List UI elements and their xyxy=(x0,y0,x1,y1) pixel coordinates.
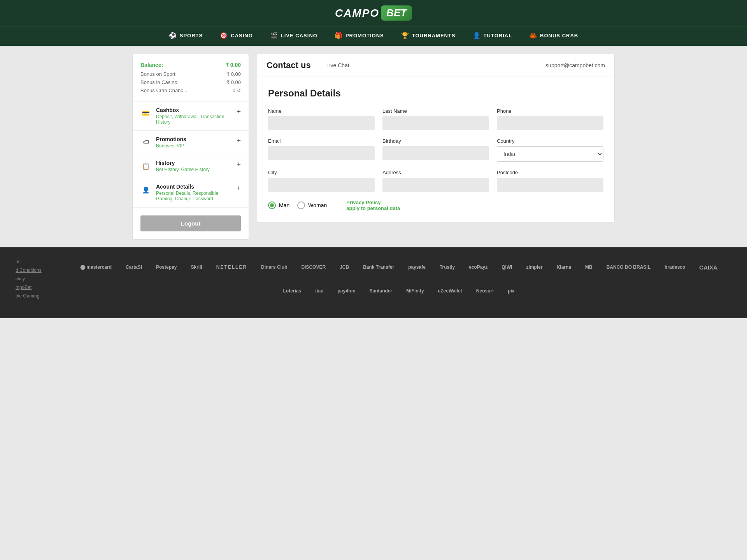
neosurf-logo: Neosurf xyxy=(473,287,497,295)
bonus-sport-label: Bonus on Sport: xyxy=(140,71,177,77)
bonus-crab-icon: 🦀 xyxy=(529,32,537,39)
bonus-casino-value: ₹ 0.00 xyxy=(226,79,241,85)
history-title: History xyxy=(156,160,233,166)
skrill-logo: Skrill xyxy=(188,263,205,271)
name-input[interactable] xyxy=(268,116,375,130)
promotions-subtitle: Bonuses, VIP xyxy=(156,143,233,149)
itau-logo: itaú xyxy=(312,287,326,295)
bancodobrasil-logo: BANCO DO BRASIL xyxy=(603,263,654,271)
nav-item-bonus-crab[interactable]: 🦀 BONUS CRAB xyxy=(521,26,587,46)
email-group: Email xyxy=(268,138,375,162)
sidebar-item-history[interactable]: 📋 History Bet History, Game History + xyxy=(133,154,249,178)
sidebar-item-account[interactable]: 👤 Acount Details Personal Details, Respo… xyxy=(133,178,249,207)
history-expand-icon[interactable]: + xyxy=(237,161,241,169)
logo[interactable]: CAMPO BET xyxy=(335,5,412,21)
ezeewallet-logo: eZeeWallet xyxy=(435,287,465,295)
sidebar-item-cashbox[interactable]: 💳 Cashbox Deposit, Withdrawal, Transacti… xyxy=(133,102,249,131)
birthday-label: Birthday xyxy=(382,138,489,144)
sidebar-item-promotions[interactable]: 🏷 Promotions Bonuses, VIP + xyxy=(133,131,249,154)
nav-item-tutorial[interactable]: 👤 TUTORIAL xyxy=(464,26,521,46)
lastname-input[interactable] xyxy=(382,116,489,130)
support-email: support@campobet.com xyxy=(545,62,605,68)
cashbox-icon: 💳 xyxy=(140,108,151,119)
privacy-policy-link[interactable]: Privacy Policy xyxy=(346,200,381,205)
footer-link-conditions[interactable]: d Conditions xyxy=(16,268,54,273)
pay4fun-logo: pay4fun xyxy=(335,287,359,295)
personal-details-form: Personal Details Name Last Name Phone Em… xyxy=(257,77,614,222)
klarna-logo: Klarna xyxy=(554,263,574,271)
cashbox-title: Cashbox xyxy=(156,107,233,113)
account-expand-icon[interactable]: + xyxy=(237,184,241,192)
live-casino-icon: 🎬 xyxy=(270,32,278,39)
mastercard-logo: ⬤ mastercard xyxy=(77,263,115,271)
refresh-icon[interactable]: ↺ xyxy=(237,88,241,93)
nav-label-promotions: PROMOTIONS xyxy=(345,33,384,38)
jcb-logo: JCB xyxy=(337,263,352,271)
nav-item-tournaments[interactable]: 🏆 TOURNAMENTS xyxy=(393,26,464,46)
postcode-input[interactable] xyxy=(497,178,603,192)
tournaments-icon: 🏆 xyxy=(401,32,409,39)
santander-logo: Santander xyxy=(366,287,396,295)
gender-options: Man Woman xyxy=(268,201,327,209)
promotions-title: Promotions xyxy=(156,136,233,142)
cashbox-expand-icon[interactable]: + xyxy=(237,108,241,116)
city-group: City xyxy=(268,170,375,192)
name-label: Name xyxy=(268,108,375,114)
cartasi-logo: CartaSi xyxy=(123,263,145,271)
nav-label-tutorial: TUTORIAL xyxy=(484,33,512,38)
nav-item-casino[interactable]: 🎯 CASINO xyxy=(211,26,261,46)
address-group: Address xyxy=(382,170,489,192)
name-group: Name xyxy=(268,108,375,130)
phone-group: Phone xyxy=(497,108,603,130)
city-input[interactable] xyxy=(268,178,375,192)
form-title: Personal Details xyxy=(268,88,603,99)
cashbox-subtitle: Deposit, Withdrawal, Transaction History xyxy=(156,114,233,125)
nav-bar: ⚽ SPORTS 🎯 CASINO 🎬 LIVE CASINO 🎁 PROMOT… xyxy=(0,26,747,46)
address-input[interactable] xyxy=(382,178,489,192)
nav-label-tournaments: TOURNAMENTS xyxy=(412,33,456,38)
account-subtitle: Personal Details, Responsible Gaming, Ch… xyxy=(156,191,233,201)
privacy-policy-text: Privacy Policy apply to personal data xyxy=(346,200,400,211)
country-select[interactable]: India xyxy=(497,146,603,162)
birthday-input[interactable] xyxy=(382,146,489,160)
footer-link-gaming[interactable]: ble Gaming xyxy=(16,293,54,299)
phone-input[interactable] xyxy=(497,116,603,130)
caixa-logo: CAIXA xyxy=(696,262,721,272)
footer-link-policy[interactable]: olicy xyxy=(16,276,54,282)
ecopayz-logo: ecoPayz xyxy=(466,263,491,271)
man-radio-inner xyxy=(270,203,274,207)
history-subtitle: Bet History, Game History xyxy=(156,167,233,172)
cashbox-text: Cashbox Deposit, Withdrawal, Transaction… xyxy=(156,107,233,125)
gender-man-option[interactable]: Man xyxy=(268,201,289,209)
pix-logo: pix xyxy=(505,287,517,295)
man-radio[interactable] xyxy=(268,201,276,209)
logo-campo: CAMPO xyxy=(335,7,379,19)
live-chat-link[interactable]: Live Chat xyxy=(326,62,349,68)
promotions-icon: 🎁 xyxy=(335,32,343,39)
footer-link-us[interactable]: us xyxy=(16,259,54,264)
nav-label-live-casino: LIVE CASINO xyxy=(281,33,317,38)
bonus-sport-value: ₹ 0.00 xyxy=(226,71,241,77)
nav-item-promotions[interactable]: 🎁 PROMOTIONS xyxy=(326,26,393,46)
country-label: Country xyxy=(497,138,603,144)
sidebar: Balance: ₹ 0.00 Bonus on Sport: ₹ 0.00 B… xyxy=(132,54,249,240)
tutorial-icon: 👤 xyxy=(473,32,481,39)
nav-label-sports: SPORTS xyxy=(180,33,203,38)
bonus-casino-label: Bonus in Casino: xyxy=(140,79,179,85)
logout-button[interactable]: Logout xyxy=(140,215,241,231)
footer-link-campobet[interactable]: mpoBet xyxy=(16,285,54,290)
bradesco-logo: bradesco xyxy=(661,263,688,271)
balance-label: Balance: xyxy=(140,62,163,68)
postcode-label: Postcode xyxy=(497,170,603,175)
nav-item-live-casino[interactable]: 🎬 LIVE CASINO xyxy=(261,26,326,46)
promotions-expand-icon[interactable]: + xyxy=(237,137,241,145)
history-text: History Bet History, Game History xyxy=(156,160,233,172)
nav-item-sports[interactable]: ⚽ SPORTS xyxy=(160,26,211,46)
account-icon: 👤 xyxy=(140,184,151,195)
email-input[interactable] xyxy=(268,146,375,160)
form-bottom-row: Man Woman Privacy Policy apply to person… xyxy=(268,200,603,211)
man-label: Man xyxy=(279,202,289,208)
woman-radio[interactable] xyxy=(297,201,305,209)
gender-woman-option[interactable]: Woman xyxy=(297,201,327,209)
balance-value: ₹ 0.00 xyxy=(225,62,241,68)
